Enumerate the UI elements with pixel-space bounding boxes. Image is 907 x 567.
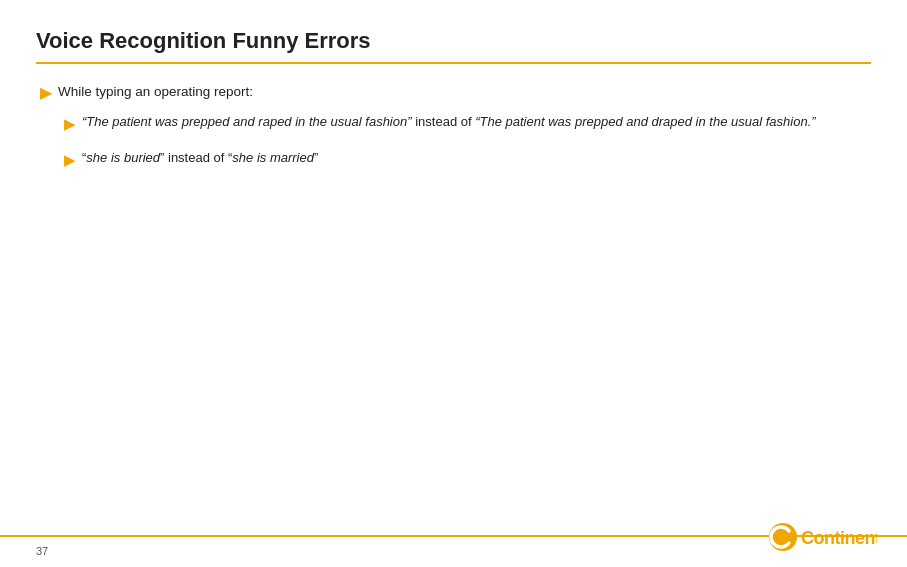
bullet1-italic1: “The patient was prepped and raped in th…	[82, 114, 412, 129]
level2-bullet-1-icon: ▶	[64, 113, 76, 136]
continental-logo-icon: Continental	[767, 521, 877, 553]
level2-bullet-1: ▶ “The patient was prepped and raped in …	[64, 112, 871, 136]
slide-container: Voice Recognition Funny Errors ▶ While t…	[0, 0, 907, 567]
slide-title: Voice Recognition Funny Errors	[36, 28, 871, 54]
content-area: ▶ While typing an operating report: ▶ “T…	[36, 82, 871, 171]
page-number: 37	[36, 545, 48, 557]
title-underline	[36, 62, 871, 64]
level2-bullet-1-text: “The patient was prepped and raped in th…	[82, 112, 816, 132]
bullet2-normal3: ”	[314, 150, 318, 165]
bullet2-normal2: ” instead of “	[160, 150, 232, 165]
level2-bullet-2: ▶ “she is buried” instead of “she is mar…	[64, 148, 871, 172]
logo-text: Continental	[767, 521, 877, 559]
title-section: Voice Recognition Funny Errors	[36, 28, 871, 64]
bullet2-italic1: she is buried	[86, 150, 160, 165]
bullet1-italic2: “The patient was prepped and draped in t…	[475, 114, 815, 129]
level2-bullets-container: ▶ “The patient was prepped and raped in …	[64, 112, 871, 171]
svg-text:Continental: Continental	[801, 528, 877, 548]
level1-bullet: ▶ While typing an operating report:	[40, 82, 871, 102]
level2-bullet-2-text: “she is buried” instead of “she is marri…	[82, 148, 318, 168]
level1-bullet-text: While typing an operating report:	[58, 82, 253, 102]
bullet1-normal1: instead of	[415, 114, 475, 129]
logo-area: Continental	[767, 521, 877, 559]
level2-bullet-2-icon: ▶	[64, 149, 76, 172]
bullet2-italic2: she is married	[232, 150, 314, 165]
level1-bullet-icon: ▶	[40, 83, 52, 102]
